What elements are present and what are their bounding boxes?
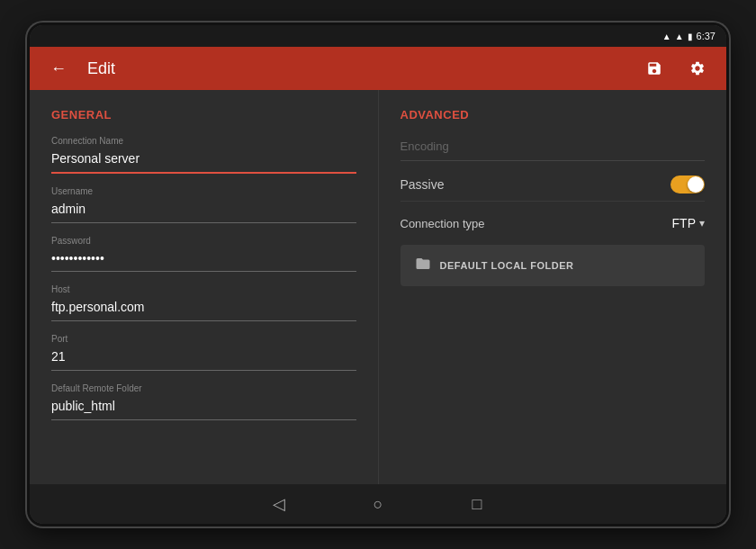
toggle-knob	[688, 176, 704, 193]
status-time: 6:37	[697, 31, 716, 41]
connection-type-selector[interactable]: FTP ▾	[672, 216, 705, 230]
status-icons: ▲ ▲ ▮ 6:37	[662, 31, 716, 41]
username-value[interactable]: admin	[51, 198, 356, 223]
dropdown-arrow-icon: ▾	[699, 217, 705, 230]
password-field: Password ••••••••••••	[51, 236, 356, 273]
tablet-screen: ▲ ▲ ▮ 6:37 ← Edit	[30, 25, 726, 524]
host-field: Host ftp.personal.com	[51, 284, 356, 321]
advanced-heading: Advanced	[400, 108, 706, 122]
status-bar: ▲ ▲ ▮ 6:37	[30, 25, 726, 47]
back-button[interactable]: ←	[44, 54, 73, 83]
password-label: Password	[51, 236, 356, 246]
remote-folder-value[interactable]: public_html	[51, 395, 356, 420]
encoding-label[interactable]: Encoding	[400, 136, 706, 161]
port-field: Port 21	[51, 334, 356, 371]
volume-button	[27, 169, 30, 205]
connection-type-row: Connection type FTP ▾	[400, 216, 706, 230]
connection-name-field: Connection Name Personal server	[51, 136, 356, 174]
battery-icon: ▮	[688, 32, 693, 41]
tablet-device: ▲ ▲ ▮ 6:37 ← Edit	[27, 22, 729, 526]
settings-button[interactable]	[683, 54, 712, 83]
remote-folder-label: Default remote folder	[51, 383, 356, 393]
connection-type-value: FTP	[672, 216, 696, 230]
connection-name-label: Connection Name	[51, 136, 356, 146]
remote-folder-field: Default remote folder public_html	[51, 383, 356, 420]
folder-icon	[415, 256, 431, 275]
port-value[interactable]: 21	[51, 346, 356, 371]
content-area: General Connection Name Personal server …	[30, 90, 726, 484]
username-field: Username admin	[51, 186, 356, 223]
encoding-field: Encoding	[400, 136, 706, 161]
save-button[interactable]	[640, 54, 669, 83]
passive-toggle[interactable]	[670, 176, 705, 194]
host-value[interactable]: ftp.personal.com	[51, 296, 356, 321]
host-label: Host	[51, 284, 356, 294]
general-heading: General	[51, 108, 356, 122]
port-label: Port	[51, 334, 356, 344]
passive-label: Passive	[400, 177, 445, 192]
general-panel: General Connection Name Personal server …	[30, 90, 379, 484]
advanced-panel: Advanced Encoding Passive Connection typ…	[379, 90, 727, 484]
signal-icon: ▲	[675, 32, 684, 41]
nav-bar: ◁ ○ □	[30, 484, 726, 524]
connection-type-label: Connection type	[400, 217, 485, 230]
username-label: Username	[51, 186, 356, 196]
passive-row: Passive	[400, 176, 706, 202]
page-title: Edit	[87, 59, 626, 78]
nav-home-button[interactable]: ○	[364, 490, 392, 518]
folder-button-label: DEFAULT LOCAL FOLDER	[440, 260, 574, 271]
nav-back-button[interactable]: ◁	[266, 490, 292, 518]
default-local-folder-button[interactable]: DEFAULT LOCAL FOLDER	[400, 245, 706, 286]
nav-recents-button[interactable]: □	[464, 490, 490, 518]
wifi-icon: ▲	[662, 32, 671, 41]
connection-name-value[interactable]: Personal server	[51, 148, 356, 174]
app-bar: ← Edit	[30, 47, 726, 90]
password-value[interactable]: ••••••••••••	[51, 248, 356, 273]
